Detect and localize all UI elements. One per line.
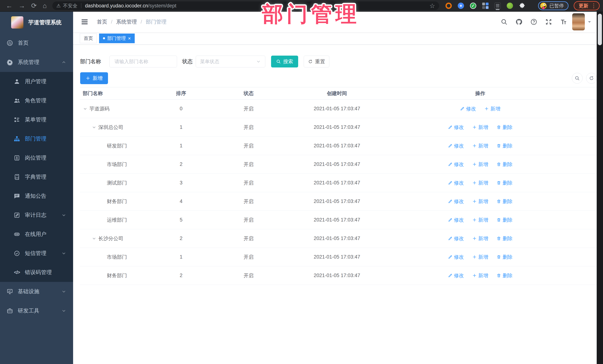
status-cell: 开启 [212, 272, 285, 279]
actions-cell: 修改新增删除 [389, 254, 599, 260]
sidebar-item-audit[interactable]: 审计日志 [0, 206, 73, 225]
sidebar-item-user[interactable]: 用户管理 [0, 72, 73, 91]
delete-link[interactable]: 删除 [497, 180, 513, 186]
status-cell: 开启 [212, 198, 285, 205]
sidebar-item-dept[interactable]: 部门管理 [0, 129, 73, 148]
edit-link[interactable]: 修改 [448, 161, 464, 168]
sidebar-item-devtools[interactable]: 研发工具 [0, 301, 73, 320]
extensions-puzzle-icon[interactable] [519, 3, 525, 9]
delete-link[interactable]: 删除 [497, 198, 513, 205]
sidebar-item-dict[interactable]: 字典管理 [0, 167, 73, 187]
back-icon[interactable]: ← [6, 2, 13, 9]
hamburger-icon[interactable] [81, 18, 89, 26]
refresh-icon [308, 59, 313, 64]
extension-grid-icon[interactable] [482, 3, 488, 9]
refresh-table-button[interactable] [586, 73, 597, 84]
user-avatar[interactable] [572, 13, 585, 30]
add-link[interactable]: 新增 [484, 105, 500, 112]
table-row: 芋道源码0开启2021-01-05 17:03:47修改新增 [80, 99, 599, 118]
extensions-row: ✓ [445, 3, 525, 9]
edit-icon [448, 180, 452, 185]
extension-leaf-icon[interactable] [507, 3, 513, 9]
extension-pin-icon[interactable] [458, 3, 464, 9]
extension-check-icon[interactable]: ✓ [470, 3, 476, 9]
add-link[interactable]: 新增 [472, 254, 488, 260]
edit-link[interactable]: 修改 [448, 235, 464, 242]
tab-home[interactable]: 首页 [80, 33, 97, 43]
add-link[interactable]: 新增 [472, 143, 488, 149]
delete-link[interactable]: 删除 [497, 217, 513, 223]
sidebar-item-errcode[interactable]: </>错误码管理 [0, 263, 73, 282]
delete-link[interactable]: 删除 [497, 272, 513, 279]
edit-link[interactable]: 修改 [448, 254, 464, 260]
plus-icon [484, 106, 489, 111]
app-logo-image [11, 16, 23, 29]
extension-tampermonkey-icon[interactable] [494, 3, 501, 9]
help-icon[interactable] [530, 18, 537, 25]
sidebar-item-system[interactable]: 系统管理 [0, 53, 73, 72]
edit-link[interactable]: 修改 [448, 180, 464, 186]
reload-icon[interactable]: ⟳ [31, 2, 37, 9]
dept-name-input[interactable] [109, 55, 177, 67]
sidebar-item-post[interactable]: 岗位管理 [0, 148, 73, 167]
breadcrumb-item[interactable]: 系统管理 [116, 18, 137, 25]
infra-icon [7, 288, 13, 295]
sidebar-item-notice[interactable]: 通知公告 [0, 187, 73, 206]
add-link[interactable]: 新增 [472, 235, 488, 242]
security-label: 不安全 [63, 3, 77, 9]
forward-icon[interactable]: → [19, 2, 25, 9]
close-icon[interactable]: × [128, 36, 131, 41]
delete-link[interactable]: 删除 [497, 124, 513, 131]
fullscreen-icon[interactable] [545, 18, 552, 25]
page-scrollbar[interactable] [597, 11, 603, 364]
sidebar-item-role[interactable]: 角色管理 [0, 91, 73, 110]
expand-arrow-icon[interactable] [83, 106, 88, 111]
reset-button[interactable]: 重置 [304, 55, 329, 67]
delete-link[interactable]: 删除 [497, 235, 513, 242]
sidebar-item-label: 部门管理 [25, 135, 46, 143]
edit-link[interactable]: 修改 [448, 272, 464, 279]
edit-link[interactable]: 修改 [460, 105, 476, 112]
header-actions [500, 18, 567, 25]
toggle-search-button[interactable] [572, 73, 583, 84]
sidebar-item-online[interactable]: 在线用户 [0, 225, 73, 244]
search-button[interactable]: 搜索 [271, 55, 298, 67]
expand-arrow-icon[interactable] [92, 125, 96, 130]
add-link[interactable]: 新增 [472, 124, 488, 131]
expand-arrow-icon[interactable] [92, 236, 96, 241]
github-icon[interactable] [515, 18, 522, 25]
edit-link[interactable]: 修改 [448, 143, 464, 149]
add-link[interactable]: 新增 [472, 217, 488, 223]
home-icon[interactable]: ⌂ [43, 2, 47, 9]
caret-down-icon[interactable] [587, 20, 592, 24]
created-time-cell: 2021-01-05 17:03:47 [285, 254, 389, 260]
add-link[interactable]: 新增 [472, 180, 488, 186]
sidebar-item-sms[interactable]: 短信管理 [0, 244, 73, 263]
add-link[interactable]: 新增 [472, 161, 488, 168]
status-select[interactable]: 菜单状态 [196, 55, 265, 67]
delete-link[interactable]: 删除 [497, 254, 513, 260]
browser-update-menu-button[interactable]: 更新 ⋮ [574, 1, 600, 10]
sidebar-item-home[interactable]: 首页 [0, 33, 73, 53]
delete-link[interactable]: 删除 [497, 161, 513, 168]
extension-orange-ring-icon[interactable] [445, 3, 452, 9]
delete-link[interactable]: 删除 [497, 143, 513, 149]
edit-link[interactable]: 修改 [448, 217, 464, 223]
fontsize-icon[interactable] [560, 18, 567, 25]
browser-profile-button[interactable]: 🤪 已暂停 [538, 1, 568, 10]
sidebar-item-menu[interactable]: 菜单管理 [0, 110, 73, 129]
sidebar-item-infra[interactable]: 基础设施 [0, 282, 73, 301]
add-link[interactable]: 新增 [472, 198, 488, 205]
breadcrumb-item[interactable]: 首页 [97, 18, 107, 25]
address-bar[interactable]: ⚠ 不安全 dashboard.yudao.iocoder.cn/system/… [52, 1, 439, 10]
search-icon[interactable] [500, 18, 508, 25]
add-link[interactable]: 新增 [472, 272, 488, 279]
bookmark-star-icon[interactable]: ☆ [429, 2, 435, 10]
sidebar-item-label: 系统管理 [18, 59, 39, 66]
scrollbar-thumb[interactable] [598, 14, 602, 45]
edit-link[interactable]: 修改 [448, 198, 464, 205]
add-button[interactable]: 新增 [80, 72, 108, 84]
edit-link[interactable]: 修改 [448, 124, 464, 131]
org-icon [14, 136, 20, 142]
tab-dept[interactable]: 部门管理× [99, 33, 135, 43]
